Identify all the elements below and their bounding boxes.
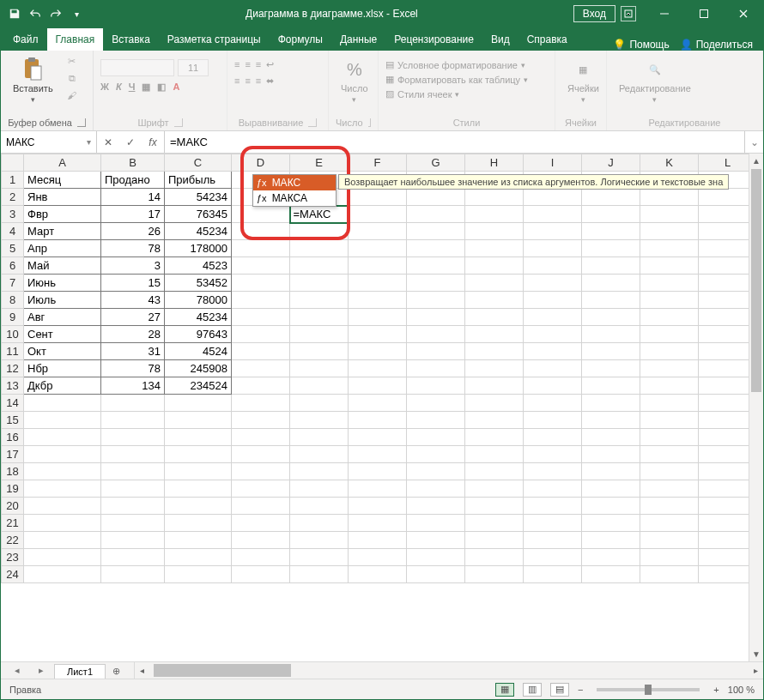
- cell[interactable]: [101, 395, 165, 412]
- cell[interactable]: [232, 309, 290, 326]
- cell[interactable]: [165, 498, 232, 515]
- cell[interactable]: [407, 446, 465, 463]
- cell[interactable]: [465, 189, 524, 206]
- cell[interactable]: [290, 257, 349, 275]
- cell[interactable]: [524, 515, 582, 532]
- cell[interactable]: [640, 412, 699, 429]
- cell[interactable]: [349, 360, 407, 377]
- grid[interactable]: ƒxМАКС ƒxМАКСА Возвращает наибольшее зна…: [1, 154, 763, 661]
- cell[interactable]: [349, 206, 407, 223]
- cell[interactable]: [290, 309, 349, 326]
- cell[interactable]: [640, 223, 699, 240]
- cell[interactable]: [407, 257, 465, 275]
- cell[interactable]: [524, 566, 582, 583]
- ribbon-display-options-icon[interactable]: [621, 6, 636, 21]
- cell[interactable]: [582, 275, 640, 292]
- cell[interactable]: [165, 463, 232, 480]
- tab-page-layout[interactable]: Разметка страницы: [159, 28, 270, 51]
- row-header-16[interactable]: 16: [2, 429, 24, 446]
- cell[interactable]: Месяц: [24, 172, 101, 189]
- cell[interactable]: [165, 429, 232, 446]
- zoom-in-button[interactable]: +: [713, 685, 719, 695]
- cell[interactable]: [165, 549, 232, 566]
- cell[interactable]: [524, 292, 582, 309]
- cell[interactable]: [582, 343, 640, 360]
- cell[interactable]: [290, 292, 349, 309]
- cell[interactable]: [101, 515, 165, 532]
- cell[interactable]: [407, 429, 465, 446]
- cell[interactable]: [232, 223, 290, 240]
- cell[interactable]: [524, 343, 582, 360]
- cell[interactable]: [407, 275, 465, 292]
- zoom-thumb[interactable]: [645, 685, 652, 695]
- cell[interactable]: [349, 532, 407, 549]
- fill-color-button[interactable]: ◧: [157, 81, 166, 93]
- scroll-thumb[interactable]: [751, 169, 761, 392]
- number-dialog-launcher[interactable]: [368, 118, 371, 127]
- cell[interactable]: Июль: [24, 292, 101, 309]
- cell[interactable]: [465, 566, 524, 583]
- cell[interactable]: Авг: [24, 309, 101, 326]
- ac-item-maksa[interactable]: ƒxМАКСА: [253, 190, 336, 206]
- cell[interactable]: [349, 343, 407, 360]
- cell[interactable]: [524, 463, 582, 480]
- row-header-12[interactable]: 12: [2, 360, 24, 377]
- cell[interactable]: [524, 429, 582, 446]
- page-layout-view-button[interactable]: ▥: [523, 683, 542, 697]
- cell[interactable]: 3: [101, 257, 165, 275]
- cell[interactable]: [349, 240, 407, 257]
- formula-input[interactable]: [170, 136, 739, 148]
- cell[interactable]: [407, 240, 465, 257]
- save-icon[interactable]: [8, 7, 21, 21]
- cell[interactable]: [24, 480, 101, 498]
- cell[interactable]: [465, 412, 524, 429]
- cell[interactable]: [349, 515, 407, 532]
- cell[interactable]: [232, 549, 290, 566]
- font-color-button[interactable]: A: [173, 81, 179, 93]
- cell[interactable]: [232, 206, 290, 223]
- cell[interactable]: [524, 326, 582, 343]
- zoom-slider[interactable]: [597, 688, 700, 691]
- col-G[interactable]: G: [407, 154, 465, 172]
- cell[interactable]: [407, 498, 465, 515]
- cell[interactable]: [582, 412, 640, 429]
- paste-button[interactable]: Вставить ▾: [8, 54, 58, 107]
- cell[interactable]: [290, 240, 349, 257]
- scroll-thumb-h[interactable]: [154, 664, 291, 677]
- cell[interactable]: [349, 480, 407, 498]
- cell[interactable]: Май: [24, 257, 101, 275]
- cell[interactable]: Апр: [24, 240, 101, 257]
- cell[interactable]: [524, 206, 582, 223]
- cell[interactable]: [465, 240, 524, 257]
- cell[interactable]: [582, 515, 640, 532]
- cell-styles-button[interactable]: ▨Стили ячеек▾: [385, 88, 459, 100]
- sheet-nav-next[interactable]: ▸: [30, 665, 52, 676]
- cell[interactable]: 17: [101, 206, 165, 223]
- cell[interactable]: [640, 240, 699, 257]
- cell[interactable]: [24, 429, 101, 446]
- cell[interactable]: [232, 515, 290, 532]
- cell[interactable]: Продано: [101, 172, 165, 189]
- cell[interactable]: [407, 480, 465, 498]
- cell[interactable]: 78: [101, 240, 165, 257]
- cell[interactable]: [24, 549, 101, 566]
- cell[interactable]: [232, 395, 290, 412]
- cell[interactable]: [165, 566, 232, 583]
- align-middle-icon[interactable]: ≡: [245, 59, 250, 70]
- cell[interactable]: [290, 360, 349, 377]
- row-header-15[interactable]: 15: [2, 412, 24, 429]
- cell[interactable]: 76345: [165, 206, 232, 223]
- row-header-18[interactable]: 18: [2, 463, 24, 480]
- cell[interactable]: [165, 412, 232, 429]
- row-header-9[interactable]: 9: [2, 309, 24, 326]
- cell[interactable]: [407, 532, 465, 549]
- cell[interactable]: [349, 326, 407, 343]
- cell[interactable]: [640, 360, 699, 377]
- cell[interactable]: Июнь: [24, 275, 101, 292]
- cell[interactable]: [465, 429, 524, 446]
- cell[interactable]: [407, 326, 465, 343]
- cell[interactable]: [349, 429, 407, 446]
- cell[interactable]: [349, 257, 407, 275]
- cell[interactable]: [290, 515, 349, 532]
- cell[interactable]: [524, 377, 582, 395]
